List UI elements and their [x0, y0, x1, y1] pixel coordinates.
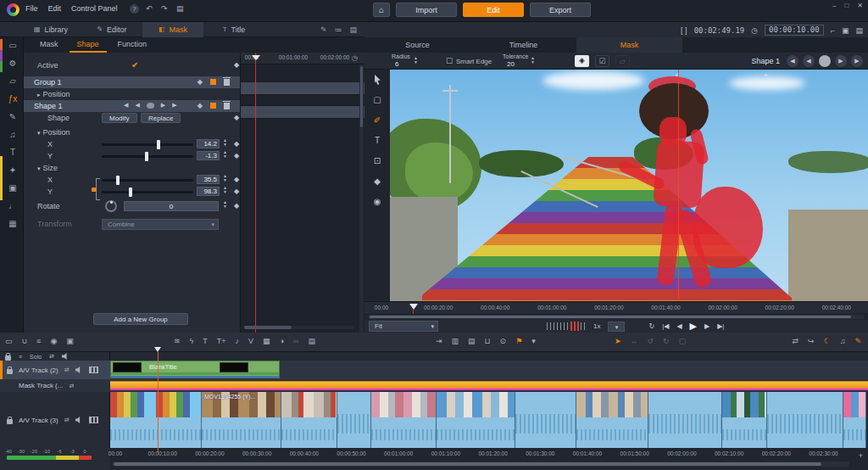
- tab-mask-preview[interactable]: Mask: [576, 37, 682, 53]
- audio-scrub-icon[interactable]: ♫: [840, 337, 846, 345]
- loop-button[interactable]: ↻: [648, 322, 654, 330]
- overlay-icon[interactable]: ✎: [9, 112, 16, 122]
- timeline-playhead[interactable]: [158, 352, 159, 453]
- position-x-slider[interactable]: [102, 143, 193, 146]
- media-icon[interactable]: ▭: [8, 41, 16, 51]
- timeline-ruler[interactable]: 00:0000:00:10:0000:00:20:0000:00:30:0000…: [110, 448, 868, 460]
- track-manager-icon[interactable]: ▭: [5, 337, 13, 345]
- keyframe-diamond-icon[interactable]: ◆: [234, 61, 239, 69]
- keyframe-timeline[interactable]: 00:0000:01:00:0000:02:00:00 ◷: [240, 53, 364, 333]
- go-end-button[interactable]: ▶|: [717, 322, 724, 330]
- av2-lane[interactable]: BlankTitle: [110, 361, 868, 379]
- guide-handle[interactable]: +: [764, 71, 768, 79]
- solo-label[interactable]: Solo: [30, 354, 42, 360]
- stepper[interactable]: ▲▼: [223, 186, 229, 194]
- timeline-scrollbar[interactable]: [112, 462, 849, 467]
- clip-audio[interactable]: [648, 392, 722, 448]
- storyboard-icon[interactable]: ▤: [468, 337, 476, 345]
- av3-lane[interactable]: MOV1394255 (Y)...: [110, 392, 868, 448]
- tab-editor[interactable]: ✎ Editor: [81, 22, 142, 37]
- select-arrow-icon[interactable]: [374, 75, 381, 85]
- brush-tool-icon[interactable]: ✐: [374, 115, 381, 126]
- marker-caret-icon[interactable]: ▾: [531, 337, 536, 345]
- audio-mixer-icon[interactable]: ♪: [236, 337, 240, 345]
- position-y-value[interactable]: -1.3: [197, 151, 220, 160]
- lock-icon[interactable]: [7, 419, 13, 424]
- frame-back-button[interactable]: ◀: [676, 322, 682, 330]
- crop-icon[interactable]: ▢: [679, 337, 687, 345]
- layers-icon[interactable]: ▣: [8, 183, 16, 193]
- link-icon[interactable]: ⇄: [69, 383, 74, 389]
- tab-library[interactable]: ▦ Library: [20, 22, 81, 37]
- smart-edge-checkbox[interactable]: ☐: [446, 57, 453, 65]
- tolerance-stepper[interactable]: ▲▼: [531, 56, 535, 64]
- shape1-row[interactable]: Shape 1 ◀ ◀ ▶ ▶ ◆: [24, 100, 240, 112]
- position-x-value[interactable]: 14.2: [197, 139, 220, 148]
- undo-edit-icon[interactable]: ↺: [648, 337, 654, 345]
- delete-group-icon[interactable]: [224, 79, 230, 86]
- keyframe-hscrollbar[interactable]: [244, 326, 354, 329]
- keyframe-diamond-icon[interactable]: ◆: [198, 102, 203, 109]
- record-icon[interactable]: ◉: [50, 337, 57, 345]
- film-small-icon[interactable]: ▤: [349, 25, 357, 34]
- audio-scrub-control[interactable]: [547, 322, 586, 330]
- tab-title[interactable]: T Title: [203, 22, 264, 37]
- add-track-button[interactable]: +: [859, 451, 863, 460]
- expand-open-icon[interactable]: ▾: [37, 130, 41, 136]
- title-tool-icon[interactable]: T: [203, 337, 208, 345]
- library-panel-icon[interactable]: ▤: [308, 337, 315, 345]
- minimize-button[interactable]: –: [832, 2, 836, 9]
- voiceover-icon[interactable]: V: [248, 337, 253, 345]
- expand-open-icon[interactable]: ▾: [37, 165, 41, 171]
- home-button[interactable]: ⌂: [373, 3, 390, 17]
- clip-beach[interactable]: [437, 392, 515, 448]
- help-icon[interactable]: ?: [130, 4, 139, 14]
- speed-select[interactable]: ▾: [608, 322, 625, 332]
- size-y-slider[interactable]: [102, 191, 193, 193]
- copy-icon[interactable]: ▣: [842, 26, 849, 35]
- subtab-shape[interactable]: Shape: [70, 38, 107, 53]
- current-shape-icon[interactable]: [819, 55, 831, 67]
- size-x-slider[interactable]: [102, 179, 193, 182]
- keyframe-diamond-icon[interactable]: ◆: [234, 114, 239, 121]
- radius-value[interactable]: 6: [395, 60, 398, 68]
- split-clip-icon[interactable]: ϟ: [190, 337, 194, 345]
- edit-button[interactable]: Edit: [463, 3, 524, 17]
- clip-audio[interactable]: [767, 392, 843, 448]
- mask-guide-line[interactable]: [678, 70, 679, 301]
- keyframe-vscrollbar[interactable]: [359, 64, 364, 333]
- close-button[interactable]: ✕: [857, 2, 863, 9]
- track-list-icon[interactable]: ≡: [19, 354, 22, 360]
- lock-icon[interactable]: [7, 369, 13, 374]
- mark-out-icon[interactable]: ▥: [452, 337, 459, 345]
- frame-forward-button[interactable]: ▶: [704, 322, 709, 330]
- menu-item[interactable]: File: [25, 4, 38, 13]
- magnet-icon[interactable]: ∪: [22, 337, 28, 345]
- trim-icon[interactable]: ↔: [631, 337, 638, 345]
- camera-icon[interactable]: ⊙: [500, 337, 507, 345]
- transform-select[interactable]: Combine▾: [102, 219, 219, 230]
- filmstrip-icon[interactable]: [89, 366, 98, 373]
- group1-row[interactable]: Group 1 ◆: [24, 76, 240, 88]
- preview-ruler[interactable]: 00:0000:00:20:0000:00:40:0000:01:00:0000…: [364, 301, 868, 313]
- audio-sidebar-icon[interactable]: ♩: [8, 201, 17, 211]
- subtab-function[interactable]: Function: [110, 38, 155, 53]
- next-keyframe-icon[interactable]: ▶: [172, 102, 176, 109]
- title-sidebar-icon[interactable]: T: [10, 148, 15, 158]
- export-frame-icon[interactable]: ↪: [808, 337, 815, 345]
- zoom-fit-select[interactable]: Fit▾: [369, 321, 438, 332]
- speaker-icon[interactable]: [75, 417, 83, 423]
- next-shape-icon[interactable]: ▶: [835, 55, 847, 67]
- clock-icon[interactable]: ◷: [352, 54, 358, 62]
- brush-small-icon[interactable]: ✎: [320, 25, 327, 34]
- size-section-row[interactable]: ▾Size: [24, 162, 240, 174]
- rotate-dial[interactable]: [105, 200, 117, 212]
- track-height-icon[interactable]: ≡: [36, 337, 41, 345]
- video-preview[interactable]: + +: [390, 70, 868, 301]
- clip-street[interactable]: [281, 392, 337, 448]
- clip-pink[interactable]: [843, 392, 866, 448]
- mute-all-icon[interactable]: [62, 353, 70, 360]
- snapshot-icon[interactable]: ▣: [66, 337, 74, 345]
- play-button[interactable]: ▶: [690, 321, 697, 332]
- effects-icon[interactable]: ƒx: [8, 94, 18, 104]
